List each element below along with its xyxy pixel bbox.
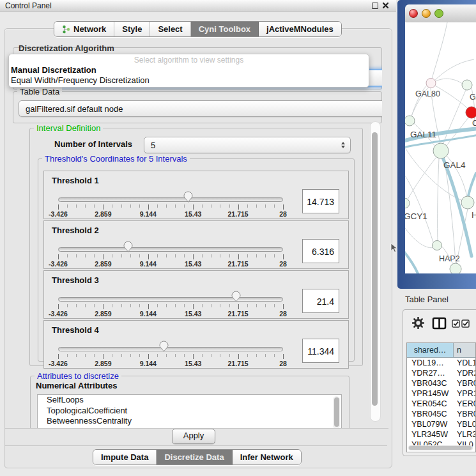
num-intervals-combobox[interactable]: 5 [144, 137, 351, 153]
cell-shared-name[interactable]: YDL19… [407, 358, 453, 368]
threshold-panel: Threshold 1-3.4262.8599.14415.4321.71528… [43, 171, 349, 219]
column-header-name[interactable]: n [454, 343, 475, 357]
tab-discretize-data[interactable]: Discretize Data [157, 450, 232, 464]
cell-name[interactable]: YDR2 [453, 368, 475, 378]
cell-shared-name[interactable]: YDR27… [407, 368, 453, 378]
slider-tick-marks [58, 204, 283, 210]
tab-jactivemnodules[interactable]: jActiveMNodules [259, 22, 341, 36]
gear-icon[interactable] [412, 317, 424, 329]
threshold-label: Threshold 4 [52, 325, 99, 335]
split-table-icon[interactable] [432, 317, 447, 330]
interval-definition-group: Interval Definition Number of Intervals … [29, 128, 363, 366]
threshold-slider-track[interactable] [58, 297, 283, 302]
threshold-slider-track[interactable] [58, 197, 283, 202]
tab-infer-network[interactable]: Infer Network [233, 450, 301, 464]
float-window-icon[interactable] [372, 3, 378, 9]
tab-style[interactable]: Style [114, 22, 150, 36]
cell-shared-name[interactable]: YBL079W [407, 419, 453, 429]
node-label: GAL4 [443, 160, 466, 170]
dropdown-option-equal-width[interactable]: Equal Width/Frequency Discretization [9, 75, 369, 86]
table-row[interactable]: YBR045CYBR0 [407, 409, 475, 419]
tab-label: Discretize Data [164, 452, 224, 462]
tab-select[interactable]: Select [150, 22, 190, 36]
network-canvas[interactable]: GAL80 GA C GAL11 GAL4 GCY1 H HAP2 [405, 22, 476, 273]
attributes-group: Attributes to discretize Numerical Attri… [30, 376, 349, 428]
node-label: HAP2 [439, 254, 460, 263]
attribute-list-item[interactable]: BetweennessCentrality [38, 416, 341, 427]
threshold-slider-thumb[interactable] [231, 291, 241, 303]
node-attribute-table[interactable]: shared… n YDL19…YDL1YDR27…YDR2YBR043CYBR… [406, 342, 476, 452]
cell-shared-name[interactable]: YPR145W [407, 388, 453, 399]
threshold-value-field[interactable]: 11.344 [302, 339, 339, 363]
table-data-title: Table Data [17, 87, 62, 96]
table-horizontal-scrollbar[interactable] [408, 445, 473, 450]
column-checkboxes-icon[interactable] [452, 319, 470, 328]
node-gal4[interactable] [433, 143, 449, 158]
tab-label: jActiveMNodules [266, 24, 334, 34]
node-gcy1[interactable] [405, 198, 410, 208]
cell-shared-name[interactable]: YER054C [407, 399, 453, 409]
thresholds-list: Threshold 1-3.4262.8599.14415.4321.71528… [43, 171, 349, 370]
node-ga[interactable] [462, 80, 472, 90]
threshold-value-field[interactable]: 6.316 [302, 239, 339, 263]
tab-label: Infer Network [240, 452, 293, 462]
cell-name[interactable]: YDL1 [453, 358, 475, 368]
close-icon[interactable] [382, 2, 389, 9]
cell-name[interactable]: YBR0 [453, 378, 475, 388]
threshold-slider-thumb[interactable] [123, 241, 133, 253]
threshold-slider-track[interactable] [58, 347, 283, 351]
tab-cyni-toolbox[interactable]: Cyni Toolbox [191, 22, 259, 36]
attributes-scrollbar[interactable] [333, 396, 340, 428]
apply-button[interactable]: Apply [172, 429, 215, 444]
table-row[interactable]: YBR043CYBR0 [407, 378, 475, 388]
numerical-attributes-list[interactable]: SelfLoopsTopologicalCoefficientBetweenne… [37, 394, 342, 428]
close-traffic-light[interactable] [409, 9, 418, 18]
node-hap2[interactable] [433, 241, 442, 250]
threshold-slider-thumb[interactable] [159, 341, 169, 353]
cell-name[interactable]: YBR0 [453, 409, 475, 419]
dropdown-hint: Select algorithm to view settings [9, 56, 369, 65]
desktop: { "window": {"title": "Control Panel"}, … [0, 0, 476, 476]
combo-arrows-icon [341, 142, 345, 148]
table-row[interactable]: YBL079WYBL0 [407, 419, 475, 429]
minimize-traffic-light[interactable] [422, 9, 431, 18]
cell-name[interactable]: YPR1 [453, 388, 475, 399]
slider-tick-labels: -3.4262.8599.14415.4321.71528 [58, 360, 283, 367]
mouse-cursor [390, 243, 398, 253]
table-row[interactable]: YDL19…YDL1 [407, 358, 475, 368]
column-header-shared-name[interactable]: shared… [407, 343, 454, 357]
form-vertical-scrollbar[interactable] [370, 121, 381, 422]
threshold-value-field[interactable]: 14.713 [302, 189, 339, 213]
node-selected-red[interactable] [466, 107, 476, 118]
table-row[interactable]: YLR345WYLR3 [407, 429, 475, 440]
algorithm-dropdown-popup: Select algorithm to view settings Manual… [8, 54, 369, 88]
node-h[interactable] [461, 196, 474, 209]
node-gal11[interactable] [405, 116, 415, 126]
threshold-slider-thumb[interactable] [183, 191, 193, 203]
thresholds-group: Threshold's Coordinates for 5 Intervals … [38, 158, 355, 362]
zoom-traffic-light[interactable] [434, 9, 443, 18]
node-label: GCY1 [405, 211, 427, 221]
tab-label: Network [73, 24, 106, 34]
cell-shared-name[interactable]: YLR345W [407, 429, 453, 440]
tab-network[interactable]: Network [54, 22, 114, 36]
threshold-slider-track[interactable] [58, 247, 283, 252]
table-data-group: Table Data galFiltered.sif default node [13, 91, 382, 123]
cell-name[interactable]: YBL0 [453, 419, 475, 429]
cell-shared-name[interactable]: YBR043C [407, 378, 453, 388]
attribute-list-item[interactable]: TopologicalCoefficient [38, 406, 341, 417]
dropdown-option-manual[interactable]: Manual Discretization [9, 65, 369, 75]
table-data-combobox[interactable]: galFiltered.sif default node [19, 100, 382, 117]
table-row[interactable]: YER054CYER0 [407, 399, 475, 409]
threshold-value-field[interactable]: 21.4 [302, 289, 339, 313]
cell-shared-name[interactable]: YBR045C [407, 409, 453, 419]
node-label: GAL80 [415, 89, 440, 98]
cell-name[interactable]: YLR3 [453, 429, 475, 440]
table-row[interactable]: YPR145WYPR1 [407, 388, 475, 399]
attribute-list-item[interactable]: SelfLoops [38, 395, 341, 406]
node-partial-bottom[interactable] [450, 263, 461, 273]
tab-impute-data[interactable]: Impute Data [93, 450, 157, 464]
cell-name[interactable]: YER0 [453, 399, 475, 409]
node-gal80[interactable] [426, 79, 436, 88]
table-row[interactable]: YDR27…YDR2 [407, 368, 475, 378]
